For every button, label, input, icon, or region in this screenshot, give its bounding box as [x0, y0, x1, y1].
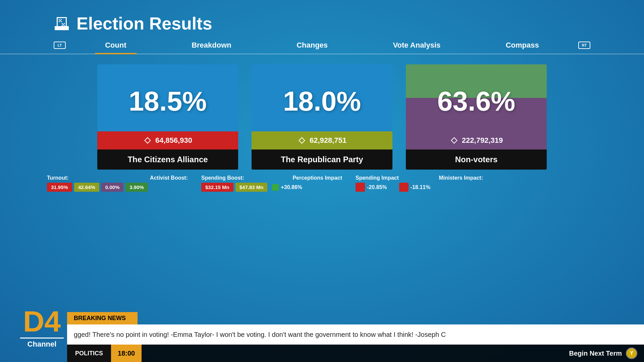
activist-value-3: 3.90%: [125, 183, 148, 192]
breaking-news-banner: BREAKING NEWS: [67, 312, 138, 324]
main-container: 🗳 Election Results LT Count Breakdown Ch…: [0, 0, 644, 362]
stats-group-3: Spending Impact Ministers Impact: -20.85…: [356, 175, 483, 192]
ministers-impact-icon: [399, 183, 409, 192]
stats-values-3: -20.85% -18.11%: [356, 183, 483, 192]
bottom-bar: POLITICS 18:00 Begin Next Term Y: [67, 345, 644, 362]
svg-rect-1: [299, 138, 305, 143]
header: 🗳 Election Results: [0, 0, 644, 34]
spending-impact-value: -20.85%: [367, 184, 387, 190]
republican-party-percentage: 18.0%: [283, 85, 361, 117]
activist-value-2: 0.00%: [101, 183, 124, 192]
election-icon: 🗳: [54, 14, 70, 33]
republican-party-votes: 62,928,751: [252, 131, 392, 149]
card-non-voters: 63.6% 222,792,319 Non-voters: [406, 64, 547, 170]
turnout-value: 31.95%: [47, 183, 72, 192]
stats-labels-3: Spending Impact Ministers Impact:: [356, 175, 483, 181]
perceptions-label: Perceptions Impact: [292, 175, 342, 181]
breaking-banner-row: BREAKING NEWS: [67, 312, 644, 324]
card-body-1: 18.5%: [97, 64, 238, 131]
non-voters-votes: 222,792,319: [406, 131, 547, 149]
rt-button[interactable]: RT: [578, 42, 590, 49]
citizens-alliance-name: The Citizens Alliance: [97, 149, 238, 170]
activist-value-1: 42.64%: [74, 183, 99, 192]
non-voters-name: Non-voters: [406, 149, 547, 170]
d4-letter: D4: [23, 307, 61, 336]
tab-changes[interactable]: Changes: [286, 37, 338, 54]
tab-vote-analysis[interactable]: Vote Analysis: [383, 37, 450, 54]
citizens-alliance-votes: 64,856,930: [97, 131, 238, 149]
svg-rect-2: [451, 138, 457, 143]
turnout-label: Turnout:: [47, 175, 69, 181]
page-title: Election Results: [76, 13, 212, 34]
politics-badge: POLITICS: [67, 345, 111, 362]
card-citizens-alliance: 18.5% 64,856,930 The Citizens Alliance: [97, 64, 238, 170]
lt-button[interactable]: LT: [54, 42, 66, 49]
tab-count[interactable]: Count: [95, 37, 137, 54]
citizens-alliance-percentage: 18.5%: [129, 85, 207, 117]
non-voters-percentage: 63.6%: [437, 85, 516, 117]
ministers-impact-label: Ministers Impact:: [439, 175, 483, 181]
stats-values-1: 31.95% 42.64% 0.00% 3.90%: [47, 183, 188, 192]
stats-row: Turnout: Activist Boost: 31.95% 42.64% 0…: [0, 170, 644, 192]
news-ticker: gged! There's no point in voting! -Emma …: [67, 324, 644, 345]
d4-logo: D4 Channel: [20, 307, 64, 349]
card-republican-party: 18.0% 62,928,751 The Republican Party: [252, 64, 392, 170]
card-body-3: 63.6%: [406, 64, 547, 131]
stats-values-2: $32.15 Mn $47.83 Mn +30.86%: [201, 183, 342, 192]
time-badge: 18:00: [111, 345, 142, 362]
diamond-icon-2: [298, 136, 306, 145]
spending-boost-label: Spending Boost:: [201, 175, 244, 181]
tab-breakdown[interactable]: Breakdown: [181, 37, 241, 54]
begin-next-term[interactable]: Begin Next Term Y: [569, 348, 644, 359]
d4-divider: [20, 338, 64, 339]
activist-boost-label: Activist Boost:: [150, 175, 188, 181]
perceptions-value: +30.86%: [281, 184, 302, 190]
spending-value-2: $47.83 Mn: [235, 183, 268, 192]
y-button[interactable]: Y: [626, 348, 637, 359]
spending-impact-icon: [356, 183, 365, 192]
card-body-2: 18.0%: [252, 64, 392, 131]
diamond-icon-1: [143, 136, 152, 145]
news-panel: BREAKING NEWS gged! There's no point in …: [67, 312, 644, 362]
cards-section: 18.5% 64,856,930 The Citizens Alliance 1…: [0, 54, 644, 170]
tab-compass[interactable]: Compass: [496, 37, 549, 54]
stats-labels-1: Turnout: Activist Boost:: [47, 175, 188, 181]
ministers-impact-value: -18.11%: [411, 184, 431, 190]
republican-party-name: The Republican Party: [252, 149, 392, 170]
stats-group-2: Spending Boost: Perceptions Impact $32.1…: [201, 175, 342, 192]
stats-labels-2: Spending Boost: Perceptions Impact: [201, 175, 342, 181]
spending-impact-label: Spending Impact: [356, 175, 399, 181]
diamond-icon-3: [450, 136, 459, 145]
tabs-list: Count Breakdown Changes Vote Analysis Co…: [72, 37, 572, 54]
spending-value-1: $32.15 Mn: [201, 183, 233, 192]
d4-channel-label: Channel: [28, 340, 57, 349]
perceptions-icon: [272, 184, 279, 191]
stats-group-1: Turnout: Activist Boost: 31.95% 42.64% 0…: [47, 175, 188, 192]
tabs-container: LT Count Breakdown Changes Vote Analysis…: [0, 37, 644, 54]
svg-rect-0: [145, 138, 150, 143]
